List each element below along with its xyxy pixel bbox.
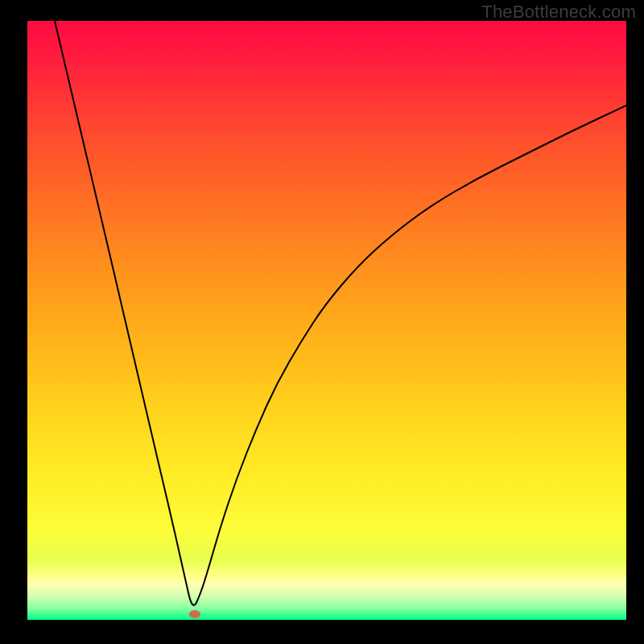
- watermark-text: TheBottleneck.com: [481, 2, 636, 23]
- chart-frame: TheBottleneck.com: [0, 0, 644, 644]
- chart-svg: [27, 21, 626, 620]
- bottleneck-curve: [55, 21, 626, 605]
- plot-area: [27, 21, 626, 620]
- optimum-marker: [189, 610, 200, 618]
